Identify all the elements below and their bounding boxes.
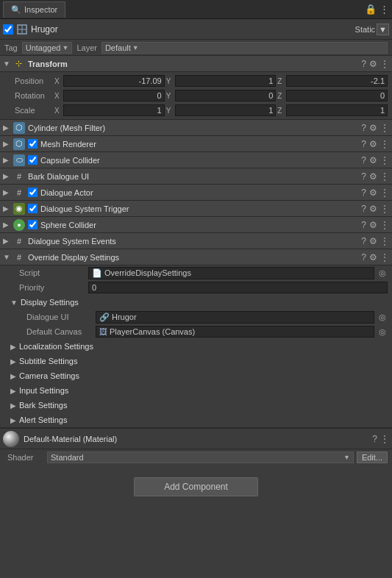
bark-settings-header[interactable]: Bark Settings [0,398,392,413]
scale-y-input[interactable]: 1 [175,104,277,116]
cc-settings-icon[interactable]: ⚙ [369,155,377,165]
z-label: Z [277,77,285,85]
mat-menu-icon[interactable]: ⋮ [380,434,389,444]
dst-settings-icon[interactable]: ⚙ [369,204,377,214]
sc-settings-icon[interactable]: ⚙ [369,220,377,230]
bdu-help-icon[interactable]: ? [361,171,366,182]
default-canvas-row: Default Canvas 🖼 PlayerCanvas (Canvas) ◎ [0,324,392,339]
static-dropdown[interactable]: ▼ [377,24,389,35]
rotation-label: Rotation [15,91,53,100]
transform-help-icon[interactable]: ? [361,59,366,69]
inspector-tab[interactable]: 🔍 Inspector [3,1,65,18]
sphere-collider-checkbox[interactable] [28,220,38,229]
tag-label: Tag [4,43,18,52]
actor-foldout-icon [3,188,10,196]
input-settings-header[interactable]: Input Settings [0,383,392,398]
sc-menu-icon[interactable]: ⋮ [380,220,389,230]
component-row-dialogue-actor[interactable]: # Dialogue Actor ? ⚙ ⋮ [0,185,392,201]
transform-settings-icon[interactable]: ⚙ [369,59,377,69]
default-canvas-value[interactable]: 🖼 PlayerCanvas (Canvas) [96,326,374,338]
scale-x-input[interactable]: 1 [63,104,165,116]
transform-menu-icon[interactable]: ⋮ [380,59,389,69]
mesh-renderer-checkbox[interactable] [28,139,38,149]
cylinder-actions: ? ⚙ ⋮ [361,123,389,133]
component-row-cylinder-mesh-filter[interactable]: ⬡ Cylinder (Mesh Filter) ? ⚙ ⋮ [0,120,392,136]
position-z-input[interactable]: -2.1 [286,75,388,87]
position-x-input[interactable]: -17.09 [63,75,165,87]
component-row-sphere-collider[interactable]: ● Sphere Collider ? ⚙ ⋮ [0,217,392,233]
sc-help-icon[interactable]: ? [361,220,366,230]
camera-settings-label: Camera Settings [19,371,79,380]
cyl-help-icon[interactable]: ? [361,123,366,133]
dse-settings-icon[interactable]: ⚙ [369,236,377,246]
dialogue-actor-icon: # [13,187,25,199]
dialogue-actor-checkbox[interactable] [28,188,38,197]
dse-menu-icon[interactable]: ⋮ [380,236,389,246]
dst-menu-icon[interactable]: ⋮ [380,204,389,214]
dialogue-ui-target-icon[interactable]: ◎ [377,312,388,322]
mat-help-icon[interactable]: ? [372,434,377,444]
display-settings-header[interactable]: Display Settings [0,295,392,310]
da-settings-icon[interactable]: ⚙ [369,188,377,198]
shader-edit-button[interactable]: Edit... [357,452,388,463]
cc-menu-icon[interactable]: ⋮ [380,155,389,165]
priority-input[interactable]: 0 [88,282,388,293]
script-value[interactable]: 📄 OverrideDisplaySettings [88,267,374,279]
default-canvas-target-icon[interactable]: ◎ [377,327,388,337]
position-y-field: Y 1 [166,75,277,87]
rotation-z-input[interactable]: 0 [286,90,388,101]
dse-help-icon[interactable]: ? [361,236,366,246]
ods-help-icon[interactable]: ? [361,252,366,263]
script-row: Script 📄 OverrideDisplaySettings ◎ [0,265,392,280]
rotation-x-input[interactable]: 0 [63,90,165,101]
override-actions: ? ⚙ ⋮ [361,252,389,263]
alert-settings-header[interactable]: Alert Settings [0,413,392,427]
da-help-icon[interactable]: ? [361,188,366,198]
bdu-menu-icon[interactable]: ⋮ [380,171,389,182]
layer-dropdown[interactable]: Default ▼ [101,42,388,54]
dialogue-trigger-checkbox[interactable] [28,204,38,213]
capsule-collider-checkbox[interactable] [28,155,38,165]
mr-settings-icon[interactable]: ⚙ [369,139,377,149]
scale-x-field: X 1 [54,104,165,116]
ods-menu-icon[interactable]: ⋮ [380,252,389,263]
mr-menu-icon[interactable]: ⋮ [380,139,389,149]
object-active-checkbox[interactable] [3,24,13,35]
cyl-menu-icon[interactable]: ⋮ [380,123,389,133]
component-row-capsule-collider[interactable]: ⬭ Capsule Collider ? ⚙ ⋮ [0,152,392,168]
position-y-input[interactable]: 1 [175,75,277,87]
lock-icon[interactable]: 🔒 [365,4,377,15]
shader-label: Shader [7,453,44,462]
ods-settings-icon[interactable]: ⚙ [369,252,377,263]
menu-icon[interactable]: ⋮ [379,4,389,15]
transform-section-header[interactable]: ⊹ Transform ? ⚙ ⋮ [0,56,392,72]
dialogue-ui-value[interactable]: 🔗 Hrugor [96,311,374,324]
da-menu-icon[interactable]: ⋮ [380,188,389,198]
camera-settings-header[interactable]: Camera Settings [0,368,392,383]
static-label: Static ▼ [355,24,389,35]
shader-dropdown[interactable]: Standard ▼ [47,452,354,463]
mr-help-icon[interactable]: ? [361,139,366,149]
component-row-mesh-renderer[interactable]: ⬡ Mesh Renderer ? ⚙ ⋮ [0,136,392,152]
scale-z-input[interactable]: 1 [286,104,388,116]
component-row-dialogue-system-trigger[interactable]: ◉ Dialogue System Trigger ? ⚙ ⋮ [0,201,392,217]
script-target-icon[interactable]: ◎ [377,268,388,278]
tag-dropdown[interactable]: Untagged ▼ [22,42,73,54]
localization-settings-header[interactable]: Localization Settings [0,339,392,354]
events-actions: ? ⚙ ⋮ [361,236,389,246]
component-row-override-display[interactable]: # Override Display Settings ? ⚙ ⋮ [0,249,392,265]
bdu-settings-icon[interactable]: ⚙ [369,171,377,182]
cyl-settings-icon[interactable]: ⚙ [369,123,377,133]
subtitle-settings-header[interactable]: Subtitle Settings [0,354,392,368]
component-row-dialogue-system-events[interactable]: # Dialogue System Events ? ⚙ ⋮ [0,233,392,249]
cc-help-icon[interactable]: ? [361,155,366,165]
component-row-bark-dialogue-ui[interactable]: # Bark Dialogue UI ? ⚙ ⋮ [0,168,392,185]
sx-label: X [54,107,62,115]
object-name[interactable]: Hrugor [31,24,355,35]
rotation-y-input[interactable]: 0 [175,90,277,101]
layer-label: Layer [76,43,97,52]
dst-help-icon[interactable]: ? [361,204,366,214]
add-component-button[interactable]: Add Component [134,477,258,496]
tag-layer-row: Tag Untagged ▼ Layer Default ▼ [0,40,392,56]
layer-arrow-icon: ▼ [132,44,139,51]
